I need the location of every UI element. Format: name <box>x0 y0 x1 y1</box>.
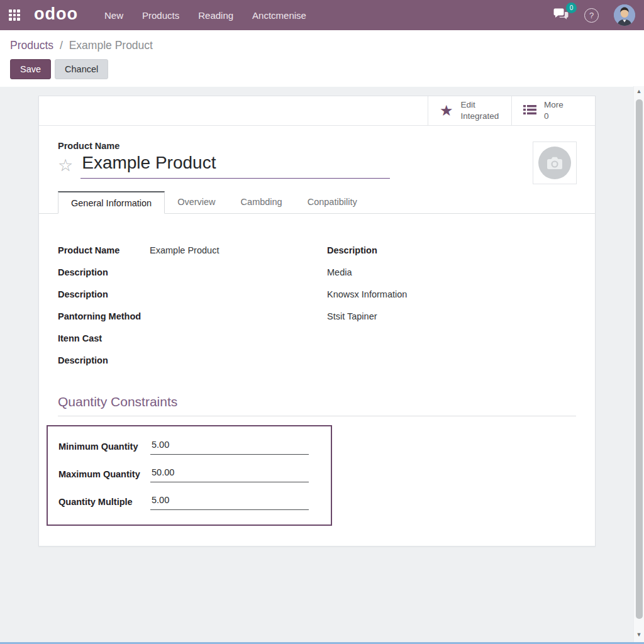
more-button[interactable]: More 0 <box>511 96 595 125</box>
chat-bubbles-icon <box>553 12 569 23</box>
nav-menu: New Products Reading Anctcmenise <box>104 10 306 21</box>
product-name-label: Product Name <box>58 141 595 151</box>
field-label: Product Name <box>58 245 150 255</box>
quantity-multiple-label: Quantity Multiple <box>58 497 150 507</box>
form-right-column: Description Media Knowsx Information Sts… <box>327 239 576 371</box>
maximum-quantity-label: Maximum Quantity <box>58 469 150 479</box>
field-label: Stsit Tapiner <box>327 311 419 321</box>
field-row: Description <box>327 239 576 261</box>
favorite-star-icon[interactable]: ☆ <box>58 157 73 174</box>
breadcrumb-products-link[interactable]: Products <box>10 39 53 52</box>
field-row: Knowsx Information <box>327 283 576 305</box>
product-name-input[interactable]: Example Product <box>80 153 390 179</box>
field-label: Description <box>58 267 150 277</box>
more-line2: 0 <box>544 111 564 122</box>
more-line1: More <box>544 99 564 111</box>
edit-integrated-button[interactable]: ★ Edit Integrated <box>428 96 511 125</box>
field-row: Quantity Multiple 5.00 <box>48 488 331 516</box>
breadcrumb-current: Example Product <box>69 39 153 52</box>
field-row: Product NameExample Product <box>58 239 327 261</box>
page-header: Products / Example Product Save Chancel <box>0 30 644 87</box>
field-row: Itenn Cast <box>58 327 327 349</box>
field-row: Maximum Quantity 50.00 <box>48 460 331 488</box>
action-buttons: Save Chancel <box>10 59 634 79</box>
avatar-person-icon <box>614 4 635 26</box>
field-row: Stsit Tapiner <box>327 305 576 327</box>
product-image-upload[interactable] <box>533 142 577 184</box>
tab-cambding[interactable]: Cambding <box>228 191 295 214</box>
field-label: Itenn Cast <box>58 333 150 343</box>
tab-conpatibility[interactable]: Conpatibility <box>295 191 370 214</box>
nav-item-anctcmenise[interactable]: Anctcmenise <box>252 10 306 21</box>
minimum-quantity-label: Minimum Quantity <box>58 441 150 452</box>
field-label: Media <box>327 267 419 277</box>
field-row: Media <box>327 261 576 283</box>
field-label: Pantorning Method <box>58 311 150 321</box>
product-name-row: ☆ Example Product <box>58 153 595 179</box>
main-content: ★ Edit Integrated Mo <box>0 87 644 547</box>
tabs-bar: General Information Overview Cambding Co… <box>39 191 595 214</box>
save-button[interactable]: Save <box>10 59 51 79</box>
list-icon <box>523 104 536 118</box>
field-label: Description <box>327 245 419 255</box>
form-area: Product NameExample Product Description … <box>58 239 576 371</box>
apps-menu-icon[interactable] <box>9 9 20 21</box>
minimum-quantity-input[interactable]: 5.00 <box>150 438 309 455</box>
odoo-logo[interactable]: odoo <box>34 6 78 25</box>
section-divider <box>58 416 576 416</box>
nav-item-products[interactable]: Products <box>142 10 179 21</box>
help-icon[interactable]: ? <box>584 8 599 23</box>
form-left-column: Product NameExample Product Description … <box>58 239 327 371</box>
field-row: Description <box>58 283 327 305</box>
navbar-right: 0 ? <box>553 4 635 26</box>
screen: odoo New Products Reading Anctcmenise 0 … <box>0 0 644 644</box>
nav-item-reading[interactable]: Reading <box>198 10 233 21</box>
edit-integrated-line1: Edit <box>461 99 499 111</box>
top-navbar: odoo New Products Reading Anctcmenise 0 … <box>0 0 644 30</box>
user-avatar[interactable] <box>614 4 635 26</box>
tab-general-information[interactable]: General Information <box>58 191 165 214</box>
card-header: ★ Edit Integrated Mo <box>39 96 595 126</box>
field-row: Description <box>58 349 327 371</box>
field-label: Description <box>58 289 150 299</box>
quantity-constraints-title: Quantity Constraints <box>58 394 576 409</box>
maximum-quantity-input[interactable]: 50.00 <box>150 466 309 482</box>
field-label: Knowsx Information <box>327 289 419 299</box>
messages-button[interactable]: 0 <box>553 8 569 23</box>
field-row: Description <box>58 261 327 283</box>
cancel-button[interactable]: Chancel <box>55 59 108 79</box>
field-value[interactable]: Example Product <box>150 245 219 255</box>
camera-icon <box>538 147 571 179</box>
product-form-card: ★ Edit Integrated Mo <box>38 96 596 547</box>
vertical-scrollbar: ▲ ▼ <box>633 86 644 644</box>
nav-item-new[interactable]: New <box>104 10 123 21</box>
messages-count-badge: 0 <box>566 3 577 13</box>
edit-integrated-line2: Integrated <box>461 111 499 122</box>
quantity-multiple-input[interactable]: 5.00 <box>150 494 309 510</box>
quantity-constraints-group: Minimum Quantity 5.00 Maximum Quantity 5… <box>47 425 332 526</box>
scroll-down-icon[interactable]: ▼ <box>634 631 644 638</box>
field-row: Minimum Quantity 5.00 <box>48 433 331 460</box>
field-row: Pantorning Method <box>58 305 327 327</box>
scroll-up-icon[interactable]: ▲ <box>634 88 644 94</box>
breadcrumb: Products / Example Product <box>10 39 634 52</box>
breadcrumb-separator: / <box>60 39 63 52</box>
star-filled-icon: ★ <box>440 103 453 118</box>
scrollbar-thumb[interactable] <box>636 99 643 619</box>
tab-overview[interactable]: Overview <box>165 191 228 214</box>
field-label: Description <box>58 355 150 365</box>
